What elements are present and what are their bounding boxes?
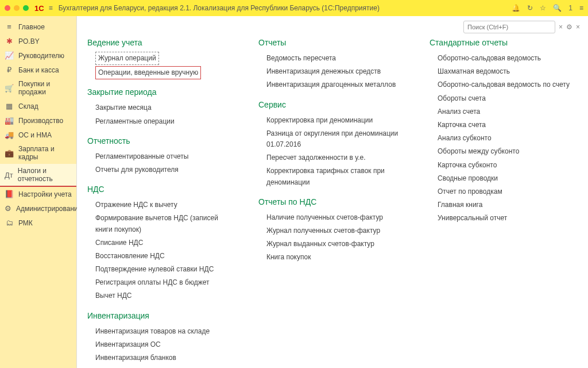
sidebar-icon: ≡ — [5, 22, 14, 31]
sidebar-item[interactable]: ₽Банк и касса — [0, 63, 76, 77]
nav-link[interactable]: Обороты счета — [430, 92, 578, 105]
nav-link[interactable]: Журнал операций — [95, 52, 159, 65]
nav-link[interactable]: Восстановление НДС — [87, 250, 235, 263]
nav-link[interactable]: Отчеты для руководителя — [87, 163, 235, 177]
sidebar-icon: ✱ — [5, 37, 14, 45]
nav-link[interactable]: Карточка счета — [430, 118, 578, 132]
history-icon[interactable]: ↻ — [527, 4, 533, 12]
nav-link[interactable]: Инвентаризация бланков — [87, 351, 235, 365]
section-title[interactable]: Стандартные отчеты — [430, 38, 578, 47]
sidebar-item[interactable]: 🗂РМК — [0, 216, 76, 230]
nav-link[interactable]: Книга покупок — [258, 251, 407, 264]
window-controls — [5, 5, 29, 11]
column: ОтчетыВедомость пересчетаИнвентаризация … — [258, 38, 407, 368]
sidebar-icon: 📈 — [5, 51, 14, 60]
nav-link[interactable]: Анализ субконто — [430, 132, 578, 145]
nav-link[interactable]: Главная книга — [430, 198, 578, 212]
nav-link[interactable]: Отчет по проводкам — [430, 185, 578, 198]
section-title[interactable]: Закрытие периода — [87, 87, 235, 97]
nav-link[interactable]: Наличие полученных счетов-фактур — [258, 211, 407, 224]
nav-link[interactable]: Списание НДС — [87, 236, 235, 250]
sidebar-icon: Дт — [5, 171, 13, 179]
sidebar-icon: ₽ — [5, 66, 14, 74]
sidebar-icon: ▦ — [5, 102, 14, 110]
sidebar-label: Склад — [18, 102, 38, 110]
nav-link[interactable]: Инвентаризация материалов в эксплуатации — [87, 365, 235, 368]
search-icon[interactable]: 🔍 — [553, 4, 562, 12]
sidebar-label: Покупки и продажи — [18, 80, 72, 96]
nav-link[interactable]: Журнал полученных счетов-фактур — [258, 224, 407, 237]
nav-link[interactable]: Закрытие месяца — [87, 101, 235, 114]
nav-link[interactable]: Анализ счета — [430, 105, 578, 118]
settings-icon[interactable]: ≡ — [579, 4, 583, 12]
nav-link[interactable]: Корректировка при деноминации — [258, 114, 407, 127]
sidebar-icon: 🗂 — [5, 218, 14, 227]
close-icon[interactable]: × — [576, 23, 580, 31]
clear-icon[interactable]: × — [559, 23, 563, 31]
sidebar-icon: 🏭 — [5, 116, 14, 125]
section-title[interactable]: Отчеты по НДС — [258, 197, 407, 206]
sidebar-item[interactable]: ▦Склад — [0, 99, 76, 113]
sidebar-item[interactable]: 📈Руководителю — [0, 48, 76, 63]
section-title[interactable]: Ведение учета — [87, 38, 235, 47]
sidebar-item[interactable]: ≡Главное — [0, 20, 76, 34]
sidebar-icon: 💼 — [5, 149, 14, 158]
nav-link[interactable]: Оборотно-сальдовая ведомость по счету — [430, 78, 578, 91]
menu-icon[interactable]: ≡ — [49, 4, 53, 12]
app-header: 1С ≡ Бухгалтерия для Беларуси, редакция … — [0, 0, 588, 16]
sidebar-item[interactable]: 📕Настройки учета — [0, 187, 76, 201]
minimize-window[interactable] — [14, 5, 20, 11]
nav-link[interactable]: Корректировка тарифных ставок при деноми… — [258, 164, 407, 189]
nav-link[interactable]: Пересчет задолженности в у.е. — [258, 151, 407, 164]
nav-link[interactable]: Оборотно-сальдовая ведомость — [430, 52, 578, 65]
section-title[interactable]: НДС — [87, 185, 235, 194]
sidebar-label: Банк и касса — [18, 66, 59, 74]
sidebar-item[interactable]: 🛒Покупки и продажи — [0, 77, 76, 99]
nav-link[interactable]: Операции, введенные вручную — [95, 66, 201, 79]
sidebar-item[interactable]: 💼Зарплата и кадры — [0, 142, 76, 164]
gear-icon[interactable]: ⚙ — [566, 23, 572, 31]
nav-link[interactable]: Регламентные операции — [87, 115, 235, 128]
sidebar-label: Настройки учета — [18, 190, 72, 198]
header-toolbar: 🔔 ↻ ☆ 🔍 1 ≡ — [512, 4, 583, 12]
content-columns: Ведение учетаЖурнал операцийОперации, вв… — [87, 38, 578, 368]
nav-link[interactable]: Журнал выданных счетов-фактур — [258, 237, 407, 251]
nav-link[interactable]: Обороты между субконто — [430, 145, 578, 158]
bell-icon[interactable]: 🔔 — [512, 4, 520, 12]
nav-link[interactable]: Инвентаризация драгоценных металлов — [258, 78, 407, 91]
sidebar-icon: 📕 — [5, 190, 14, 198]
sidebar-icon: 🚚 — [5, 131, 14, 139]
nav-link[interactable]: Вычет НДС — [87, 289, 235, 302]
star-icon[interactable]: ☆ — [540, 4, 546, 12]
nav-link[interactable]: Отражение НДС к вычету — [87, 198, 235, 212]
nav-link[interactable]: Формирование вычетов НДС (записей книги … — [87, 212, 235, 236]
nav-link[interactable]: Ведомость пересчета — [258, 52, 407, 65]
close-window[interactable] — [5, 5, 10, 11]
sidebar-item[interactable]: ДтНалоги и отчетность — [0, 164, 76, 187]
sidebar-item[interactable]: 🏭Производство — [0, 113, 76, 128]
nav-link[interactable]: Регламентированные отчеты — [87, 150, 235, 163]
nav-link[interactable]: Инвентаризация денежных средств — [258, 65, 407, 78]
section-title[interactable]: Отчетность — [87, 136, 235, 145]
nav-link[interactable]: Разница от округления при деноминации 01… — [258, 127, 407, 151]
nav-link[interactable]: Универсальный отчет — [430, 212, 578, 225]
nav-link[interactable]: Карточка субконто — [430, 159, 578, 172]
nav-link[interactable]: Подтверждение нулевой ставки НДС — [87, 263, 235, 276]
nav-link[interactable]: Сводные проводки — [430, 172, 578, 185]
maximize-window[interactable] — [23, 5, 29, 11]
column: Ведение учетаЖурнал операцийОперации, вв… — [87, 38, 235, 368]
search-bar: × ⚙ × — [463, 21, 580, 33]
section-title[interactable]: Сервис — [258, 100, 407, 109]
section-title[interactable]: Отчеты — [258, 38, 407, 47]
sidebar-label: PO.BY — [18, 37, 40, 45]
badge-count: 1 — [568, 4, 572, 12]
sidebar-item[interactable]: ⚙Администрирование — [0, 201, 76, 216]
sidebar-item[interactable]: ✱PO.BY — [0, 34, 76, 48]
sidebar-item[interactable]: 🚚ОС и НМА — [0, 128, 76, 142]
section-title[interactable]: Инвентаризация — [87, 311, 235, 320]
nav-link[interactable]: Инвентаризация товаров на складе — [87, 325, 235, 338]
search-input[interactable] — [463, 21, 555, 33]
nav-link[interactable]: Регистрация оплаты НДС в бюджет — [87, 276, 235, 289]
nav-link[interactable]: Шахматная ведомость — [430, 65, 578, 78]
nav-link[interactable]: Инвентаризация ОС — [87, 338, 235, 351]
